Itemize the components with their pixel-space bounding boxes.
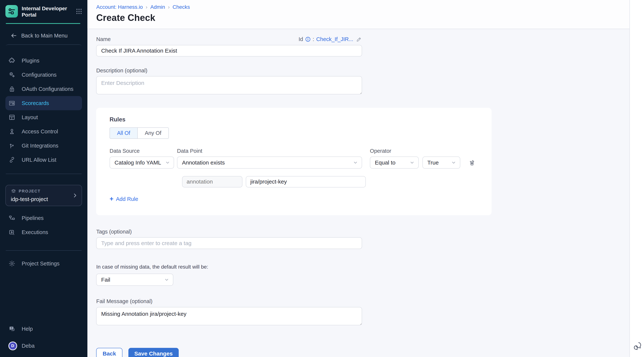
chat-support-icon[interactable]: [632, 341, 642, 351]
save-changes-button[interactable]: Save Changes: [128, 348, 179, 357]
harness-idp-logo[interactable]: [6, 5, 18, 18]
breadcrumb-chevron-icon: ›: [146, 4, 148, 10]
name-input[interactable]: [96, 45, 362, 57]
tags-label: Tags (optional): [96, 229, 629, 235]
operator-value-select[interactable]: True: [422, 157, 460, 169]
help-chat-icon: ?: [8, 325, 16, 332]
app-title: Internal Developer Portal: [22, 5, 72, 18]
git-branch-icon: [8, 142, 16, 149]
sidebar-item-scorecards[interactable]: Scorecards: [6, 96, 82, 110]
settings-nav: Project Settings: [0, 256, 88, 271]
add-rule-button[interactable]: + Add Rule: [110, 196, 138, 202]
sidebar-item-label: Access Control: [22, 129, 58, 135]
rules-title: Rules: [110, 116, 478, 123]
breadcrumb-account-link[interactable]: Account: Harness.io: [96, 4, 143, 10]
page-title: Create Check: [96, 12, 629, 23]
sidebar-item-label: Layout: [22, 114, 38, 121]
data-source-value: Catalog Info YAML: [114, 159, 161, 166]
project-label: PROJECT: [19, 189, 40, 193]
chevron-right-icon: [72, 192, 78, 198]
puzzle-icon: [8, 57, 16, 64]
sidebar-item-label: URL Allow List: [22, 157, 56, 163]
sidebar-item-git-integrations[interactable]: Git Integrations: [6, 139, 82, 153]
back-to-main-menu[interactable]: Back to Main Menu: [0, 32, 88, 39]
sidebar-item-label: Pipelines: [22, 215, 44, 221]
sidebar-item-oauth-configurations[interactable]: OAuth Configurations: [6, 82, 82, 96]
lock-icon: [8, 85, 16, 93]
project-nav: Pipelines Executions: [0, 211, 88, 239]
sidebar-item-pipelines[interactable]: Pipelines: [6, 211, 82, 225]
sidebar-item-access-control[interactable]: Access Control: [6, 124, 82, 139]
all-of-button[interactable]: All Of: [110, 127, 138, 139]
page-header: Account: Harness.io › Admin › Checks Cre…: [88, 0, 629, 29]
right-gutter: [630, 0, 644, 357]
sidebar-divider: [6, 250, 82, 251]
breadcrumb-checks-link[interactable]: Checks: [172, 4, 190, 10]
admin-nav: Plugins Configurations OAuth Configurati…: [0, 54, 88, 167]
edit-pencil-icon[interactable]: [356, 36, 362, 42]
annotation-key-input[interactable]: [246, 176, 366, 187]
logo-glyph-icon: [7, 7, 16, 16]
add-rule-label: Add Rule: [116, 196, 138, 202]
default-result-value: Fail: [101, 277, 110, 283]
svg-text:?: ?: [10, 327, 12, 329]
sidebar-item-label: Git Integrations: [22, 143, 58, 149]
name-label: Name: [96, 36, 110, 42]
plus-icon: +: [110, 196, 114, 202]
sidebar-item-configurations[interactable]: Configurations: [6, 68, 82, 82]
operator-value: Equal to: [375, 159, 396, 166]
teal-divider: [6, 23, 80, 24]
chevron-down-icon: [165, 160, 170, 165]
rule-row: Catalog Info YAML Annotation exists Equa…: [110, 157, 478, 169]
project-selector-card[interactable]: PROJECT idp-test-project: [6, 185, 82, 206]
project-label-row: PROJECT: [11, 189, 78, 194]
sidebar-item-url-allow-list[interactable]: URL Allow List: [6, 153, 82, 167]
user-menu[interactable]: D Deba: [0, 341, 88, 350]
sidebar-item-label: OAuth Configurations: [22, 86, 74, 92]
sidebar-item-label: Executions: [22, 229, 48, 235]
sidebar-bottom: ? Help D Deba: [0, 322, 88, 357]
operator-select[interactable]: Equal to: [370, 157, 419, 169]
annotation-input[interactable]: [182, 176, 242, 187]
data-source-select[interactable]: Catalog Info YAML: [110, 157, 174, 169]
description-textarea[interactable]: [96, 76, 362, 94]
id-label: Id: [298, 36, 303, 42]
chevron-down-icon: [451, 160, 456, 165]
create-check-form: Name Id : Check_If_JIR... Description (o…: [88, 29, 644, 357]
sidebar-item-label: Configurations: [22, 72, 56, 78]
sidebar-item-help[interactable]: ? Help: [6, 322, 82, 336]
check-id-link[interactable]: Check_If_JIR...: [316, 36, 353, 42]
data-point-select[interactable]: Annotation exists: [177, 157, 362, 169]
tags-input[interactable]: [96, 237, 362, 249]
fail-message-textarea[interactable]: Missing Annotation jira/project-key: [96, 307, 362, 325]
arrow-left-icon: [10, 32, 17, 39]
apps-grid-icon[interactable]: [76, 8, 82, 15]
layers-icon: [11, 189, 16, 194]
fail-message-block: Fail Message (optional) Missing Annotati…: [96, 298, 629, 327]
info-icon[interactable]: [305, 37, 311, 42]
link-icon: [8, 156, 16, 163]
help-label: Help: [22, 326, 33, 332]
play-icon: [8, 229, 16, 236]
sidebar-item-executions[interactable]: Executions: [6, 225, 82, 239]
delete-rule-trash-icon[interactable]: [469, 159, 475, 166]
user-name: Deba: [22, 343, 34, 349]
project-name: idp-test-project: [11, 196, 78, 202]
breadcrumb-admin-link[interactable]: Admin: [150, 4, 165, 10]
sidebar-item-layout[interactable]: Layout: [6, 110, 82, 124]
rules-condition-toggle: All Of Any Of: [110, 127, 169, 139]
name-id-row: Name Id : Check_If_JIR...: [96, 36, 362, 42]
sidebar-item-plugins[interactable]: Plugins: [6, 54, 82, 68]
sidebar-item-project-settings[interactable]: Project Settings: [6, 256, 82, 271]
avatar: D: [8, 341, 17, 350]
operator-value-value: True: [427, 159, 439, 166]
description-label: Description (optional): [96, 68, 629, 74]
missing-data-block: In case of missing data, the default res…: [96, 264, 629, 286]
any-of-button[interactable]: Any Of: [138, 127, 169, 139]
description-block: Description (optional): [96, 68, 629, 96]
default-result-select[interactable]: Fail: [96, 274, 173, 286]
sidebar-item-label: Plugins: [22, 58, 39, 64]
gear-icon: [8, 260, 16, 267]
back-button[interactable]: Back: [96, 348, 122, 357]
annotation-row: [182, 176, 478, 187]
